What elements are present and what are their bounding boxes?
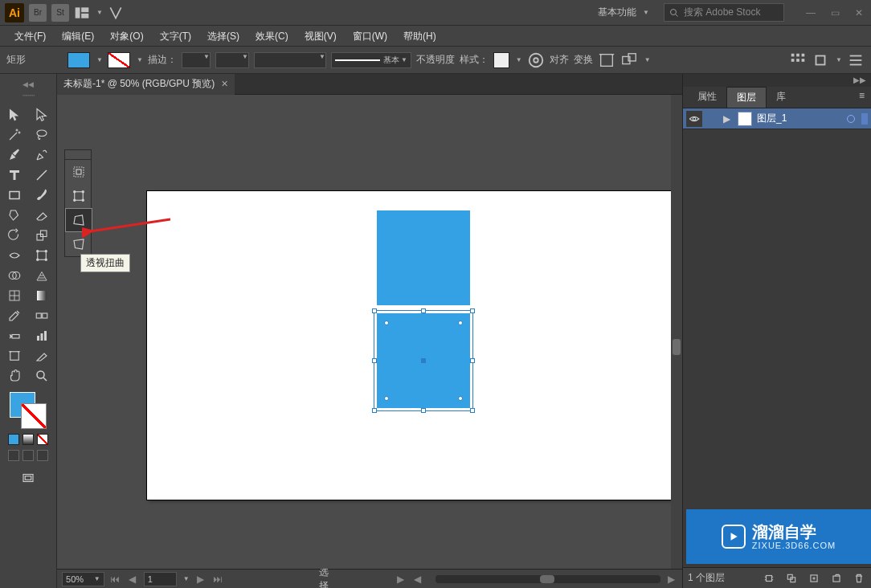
menu-edit[interactable]: 编辑(E) <box>54 26 102 47</box>
layer-row[interactable]: ▶ 图层_1 <box>683 108 871 129</box>
grid-icon[interactable] <box>789 51 807 69</box>
nav-next-icon[interactable]: ▶ <box>194 573 207 586</box>
play-icon[interactable]: ▶ <box>395 573 407 586</box>
artboard-nav-field[interactable]: 1 <box>144 572 177 586</box>
menu-object[interactable]: 对象(O) <box>102 26 151 47</box>
free-distort-icon[interactable] <box>65 232 92 256</box>
tab-layers[interactable]: 图层 <box>726 87 767 108</box>
layer-name-label[interactable]: 图层_1 <box>757 112 842 125</box>
eyedropper-tool[interactable] <box>3 305 26 325</box>
recolor-icon[interactable] <box>527 51 545 69</box>
menu-window[interactable]: 窗口(W) <box>345 26 395 47</box>
gradient-mode[interactable] <box>22 434 34 445</box>
fill-stroke-swatch[interactable] <box>0 390 56 431</box>
free-transform-icon[interactable] <box>65 184 92 208</box>
selection-indicator-icon[interactable] <box>847 115 855 123</box>
search-input[interactable]: 搜索 Adobe Stock <box>664 3 784 22</box>
scale-tool[interactable] <box>31 225 53 245</box>
expand-icon[interactable]: ▶ <box>723 113 733 125</box>
opacity-label[interactable]: 不透明度 <box>416 53 455 67</box>
constrain-icon[interactable] <box>65 160 92 184</box>
paintbrush-tool[interactable] <box>31 185 53 205</box>
stock-icon[interactable]: St <box>51 4 69 22</box>
menu-file[interactable]: 文件(F) <box>6 26 54 47</box>
perspective-grid-tool[interactable] <box>31 265 53 285</box>
new-layer-icon[interactable] <box>829 571 844 586</box>
isolate-icon[interactable] <box>598 51 615 69</box>
mesh-tool[interactable] <box>3 285 26 305</box>
menu-select[interactable]: 选择(S) <box>199 26 247 47</box>
width-tool[interactable] <box>3 245 26 265</box>
none-mode[interactable] <box>37 434 48 445</box>
graphic-style-field[interactable]: 基本▼ <box>331 52 411 68</box>
zoom-tool[interactable] <box>31 365 53 386</box>
slice-tool[interactable] <box>31 345 53 365</box>
rectangle-shape-1[interactable] <box>377 210 470 305</box>
stroke-weight-field[interactable]: ▼ <box>182 52 211 68</box>
workspace-switcher[interactable]: 基本功能▼ <box>591 6 656 19</box>
perspective-distort-icon[interactable] <box>65 208 92 232</box>
symbol-sprayer-tool[interactable] <box>3 325 26 345</box>
var-width-field[interactable]: ▼ <box>215 52 249 68</box>
locate-layer-icon[interactable] <box>762 571 776 586</box>
zoom-field[interactable]: 50%▼ <box>62 572 104 586</box>
substrip-gripper[interactable] <box>65 150 91 160</box>
clip-mask-icon[interactable] <box>784 571 799 586</box>
draw-behind[interactable] <box>22 450 34 461</box>
delete-layer-icon[interactable] <box>852 571 866 586</box>
screen-mode[interactable] <box>17 468 39 488</box>
blend-tool[interactable] <box>31 305 53 325</box>
artboard-tool[interactable] <box>3 345 26 365</box>
curvature-tool[interactable] <box>31 145 53 165</box>
menu-effect[interactable]: 效果(C) <box>247 26 296 47</box>
visibility-icon[interactable] <box>686 111 702 127</box>
fill-swatch[interactable] <box>67 52 90 68</box>
transform-label[interactable]: 变换 <box>574 53 593 67</box>
pen-tool[interactable] <box>3 145 26 165</box>
free-transform-tool[interactable] <box>31 245 53 265</box>
nav-first-icon[interactable]: ⏮ <box>109 573 122 586</box>
menu-help[interactable]: 帮助(H) <box>395 26 444 47</box>
canvas[interactable] <box>57 95 682 569</box>
type-tool[interactable] <box>3 165 26 185</box>
close-tab-icon[interactable]: ✕ <box>221 79 228 89</box>
lasso-tool[interactable] <box>31 125 53 145</box>
shaper-tool[interactable] <box>3 205 26 225</box>
scroll-right-icon[interactable]: ▶ <box>665 573 678 586</box>
rectangle-tool[interactable] <box>3 185 26 205</box>
tab-libraries[interactable]: 库 <box>767 87 795 108</box>
nav-prev-icon[interactable]: ◀ <box>126 573 139 586</box>
horizontal-scrollbar[interactable] <box>436 575 660 583</box>
menu-type[interactable]: 文字(T) <box>152 26 199 47</box>
gpu-icon[interactable] <box>108 5 124 21</box>
color-mode[interactable] <box>8 434 19 445</box>
arrange-docs-icon[interactable] <box>74 5 90 21</box>
toolbox-collapse[interactable]: ◀◀ <box>0 80 56 92</box>
shape-builder-tool[interactable] <box>3 265 26 285</box>
style-swatch[interactable] <box>493 52 509 68</box>
line-tool[interactable] <box>31 165 53 185</box>
nav-last-icon[interactable]: ⏭ <box>211 573 224 586</box>
selection-bounding-box[interactable] <box>374 310 473 411</box>
bridge-icon[interactable]: Br <box>29 4 47 22</box>
hand-tool[interactable] <box>3 365 26 386</box>
panel-menu-icon[interactable]: ≡ <box>853 87 871 108</box>
toolbox-drag[interactable]: ┄┄┄ <box>0 92 56 100</box>
brush-field[interactable]: ▼ <box>254 52 326 68</box>
menu-view[interactable]: 视图(V) <box>296 26 345 47</box>
gradient-tool[interactable] <box>31 285 53 305</box>
target-indicator[interactable] <box>861 113 868 125</box>
close-button[interactable]: ✕ <box>847 0 871 26</box>
align-px-icon[interactable] <box>812 51 829 69</box>
draw-normal[interactable] <box>8 450 19 461</box>
prefs-icon[interactable] <box>847 51 865 69</box>
maximize-button[interactable]: ▭ <box>823 0 847 26</box>
eraser-tool[interactable] <box>31 205 53 225</box>
draw-inside[interactable] <box>37 450 48 461</box>
stroke-swatch[interactable] <box>108 52 130 68</box>
align-label[interactable]: 对齐 <box>550 53 569 67</box>
shape-mode-icon[interactable] <box>620 51 638 69</box>
column-graph-tool[interactable] <box>31 325 53 345</box>
scroll-left-icon[interactable]: ◀ <box>411 573 424 586</box>
tab-properties[interactable]: 属性 <box>688 87 726 108</box>
